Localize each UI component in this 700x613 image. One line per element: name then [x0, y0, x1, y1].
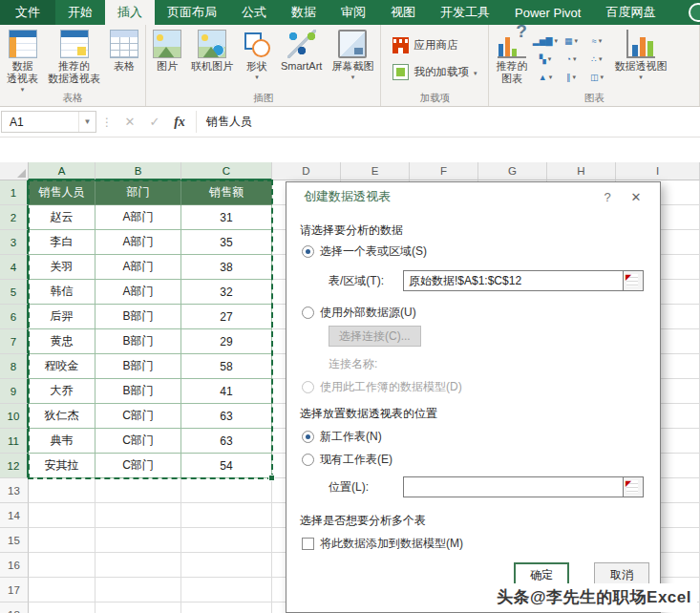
pie-chart-button[interactable]: ◔▾	[558, 50, 583, 68]
help-icon[interactable]: ?	[593, 190, 622, 204]
cell-A13[interactable]	[29, 478, 95, 503]
cell-C3[interactable]: 35	[181, 230, 272, 255]
formula-bar-handle[interactable]: ⋮	[96, 116, 117, 129]
store-button[interactable]: 应用商店	[387, 34, 463, 57]
column-header-D[interactable]: D	[272, 162, 341, 180]
ribbon-tab-开发工具[interactable]: 开发工具	[428, 0, 502, 25]
chevron-down-icon[interactable]: ▼	[78, 112, 95, 132]
row-header-11[interactable]: 11	[0, 429, 29, 454]
ribbon-tab-页面布局[interactable]: 页面布局	[155, 0, 229, 25]
cell-A18[interactable]	[29, 602, 95, 613]
cell-B16[interactable]	[95, 553, 181, 578]
ribbon-tab-文件[interactable]: 文件	[0, 0, 55, 25]
cell-A14[interactable]	[29, 503, 95, 528]
cell-C12[interactable]: 54	[181, 454, 272, 478]
cell-C2[interactable]: 31	[181, 205, 272, 230]
cell-B3[interactable]: A部门	[95, 230, 181, 255]
cell-A12[interactable]: 安其拉	[29, 454, 95, 478]
cell-A8[interactable]: 程咬金	[29, 354, 95, 379]
row-header-6[interactable]: 6	[0, 305, 29, 329]
cell-B10[interactable]: C部门	[95, 404, 181, 429]
row-header-17[interactable]: 17	[0, 578, 29, 602]
row-header-3[interactable]: 3	[0, 230, 29, 255]
pivot-table-button[interactable]: 数据 透视表 ▾	[2, 26, 43, 91]
ribbon-tab-百度网盘[interactable]: 百度网盘	[593, 0, 668, 25]
cell-C9[interactable]: 41	[181, 379, 272, 404]
cell-B1[interactable]: 部门	[95, 180, 181, 205]
row-header-16[interactable]: 16	[0, 553, 29, 578]
cell-B13[interactable]	[95, 478, 181, 503]
cell-C18[interactable]	[181, 602, 272, 613]
cell-A2[interactable]: 赵云	[29, 205, 95, 230]
cell-C13[interactable]	[181, 478, 272, 503]
cell-A7[interactable]: 黄忠	[29, 329, 95, 354]
cell-C14[interactable]	[181, 503, 272, 528]
enter-entry-icon[interactable]: ✓	[142, 115, 167, 129]
column-header-C[interactable]: C	[181, 162, 272, 180]
name-box[interactable]: A1 ▼	[1, 111, 96, 133]
selection-fill-handle[interactable]	[268, 475, 275, 481]
user-avatar[interactable]	[689, 3, 700, 22]
cell-B18[interactable]	[95, 602, 181, 613]
row-header-9[interactable]: 9	[0, 379, 29, 404]
ribbon-tab-数据[interactable]: 数据	[279, 0, 329, 25]
radio-external-source[interactable]: 使用外部数据源(U)	[302, 305, 416, 321]
bar-chart-button[interactable]: ▚▾	[532, 50, 558, 68]
radio-data-model[interactable]: 使用此工作簿的数据模型(D)	[302, 379, 462, 395]
select-all-corner[interactable]	[0, 162, 29, 180]
cell-C15[interactable]	[181, 528, 272, 553]
cell-B6[interactable]: B部门	[95, 305, 181, 329]
cell-A10[interactable]: 狄仁杰	[29, 404, 95, 429]
ribbon-tab-视图[interactable]: 视图	[378, 0, 428, 25]
cell-A5[interactable]: 韩信	[29, 280, 95, 305]
cell-A16[interactable]	[29, 553, 95, 578]
cell-C16[interactable]	[181, 553, 272, 578]
cell-C10[interactable]: 63	[181, 404, 272, 429]
pictures-button[interactable]: 图片	[148, 26, 186, 91]
cell-A9[interactable]: 大乔	[29, 379, 95, 404]
table-button[interactable]: 表格	[105, 26, 143, 91]
ribbon-tab-审阅[interactable]: 审阅	[329, 0, 378, 25]
cell-B11[interactable]: C部门	[95, 429, 181, 454]
row-header-15[interactable]: 15	[0, 528, 29, 553]
row-header-14[interactable]: 14	[0, 503, 29, 528]
row-header-13[interactable]: 13	[0, 478, 29, 503]
my-addins-button[interactable]: 我的加载项 ▾	[387, 61, 482, 84]
row-header-4[interactable]: 4	[0, 255, 29, 280]
checkbox-add-to-data-model[interactable]: 将此数据添加到数据模型(M)	[302, 536, 463, 552]
radio-existing-worksheet[interactable]: 现有工作表(E)	[302, 452, 392, 468]
cell-A4[interactable]: 关羽	[29, 255, 95, 280]
pivot-chart-button[interactable]: 数据透视图 ▾	[609, 26, 671, 91]
row-header-7[interactable]: 7	[0, 329, 29, 354]
cell-C11[interactable]: 63	[181, 429, 272, 454]
ribbon-tab-开始[interactable]: 开始	[55, 0, 105, 25]
row-header-8[interactable]: 8	[0, 354, 29, 379]
cell-C4[interactable]: 38	[181, 255, 272, 280]
combo-chart-button[interactable]: ◫▾	[583, 68, 609, 86]
cell-B7[interactable]: B部门	[95, 329, 181, 354]
ribbon-tab-插入[interactable]: 插入	[105, 0, 155, 25]
screenshot-button[interactable]: 屏幕截图 ▾	[327, 26, 378, 91]
column-header-A[interactable]: A	[29, 162, 95, 180]
column-header-B[interactable]: B	[95, 162, 181, 180]
table-range-input[interactable]: 原始数据!$A$1:$C$12	[403, 270, 624, 291]
cell-A6[interactable]: 后羿	[29, 305, 95, 329]
cell-C5[interactable]: 32	[181, 280, 272, 305]
column-header-I[interactable]: I	[616, 162, 700, 180]
online-pictures-button[interactable]: 联机图片	[186, 26, 238, 91]
cell-A17[interactable]	[29, 578, 95, 602]
range-selector-icon[interactable]	[624, 476, 644, 497]
cell-A1[interactable]: 销售人员	[29, 180, 95, 205]
ribbon-tab-公式[interactable]: 公式	[229, 0, 279, 25]
dialog-titlebar[interactable]: 创建数据透视表 ? ✕	[286, 182, 660, 211]
cell-B17[interactable]	[95, 578, 181, 602]
radio-new-worksheet[interactable]: 新工作表(N)	[302, 429, 382, 445]
column-header-H[interactable]: H	[547, 162, 616, 180]
close-icon[interactable]: ✕	[622, 190, 650, 204]
formula-content[interactable]: 销售人员	[196, 111, 700, 133]
choose-connection-button[interactable]: 选择连接(C)...	[329, 326, 421, 347]
column-chart-button[interactable]: ▂▅▇▾	[532, 32, 558, 50]
area-chart-button[interactable]: ▲▾	[532, 68, 558, 86]
range-selector-icon[interactable]	[624, 270, 644, 291]
cell-A3[interactable]: 李白	[29, 230, 95, 255]
